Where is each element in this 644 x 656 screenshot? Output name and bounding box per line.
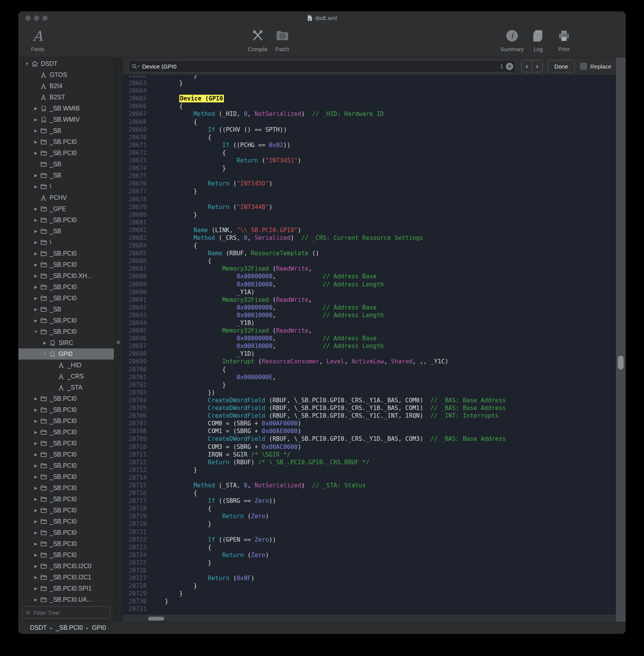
summary-button[interactable]: i Summary: [499, 26, 525, 52]
code-line[interactable]: 20691 Memory32Fixed (ReadWrite,: [123, 296, 616, 304]
code-line[interactable]: 20693 0x00010000, // Address Length: [123, 311, 616, 319]
code-line[interactable]: 20722 If ((GPEN == Zero)): [123, 536, 616, 544]
disclosure-right-icon[interactable]: ▶: [33, 296, 39, 300]
code-line[interactable]: 20671 If ((PCHG == 0x02)): [123, 141, 616, 149]
tree-item-sbpci0[interactable]: ▶_SB.PCI0: [18, 494, 114, 505]
code-line[interactable]: 20702 }: [123, 381, 616, 389]
splitter-handle-icon[interactable]: [117, 341, 120, 344]
disclosure-right-icon[interactable]: ▶: [33, 140, 39, 144]
disclosure-right-icon[interactable]: ▶: [33, 151, 39, 155]
code-line[interactable]: 20713 }: [123, 466, 616, 474]
tree-item-sbpci0i2c0[interactable]: ▶_SB.PCI0.I2C0: [18, 561, 114, 572]
code-line[interactable]: 20717 If ((SBRG == Zero)): [123, 497, 616, 505]
disclosure-right-icon[interactable]: ▶: [33, 408, 39, 412]
code-line[interactable]: 20696 0x00000000, // Address Base: [123, 335, 616, 342]
code-line[interactable]: 20694 _Y1B): [123, 319, 616, 327]
find-field[interactable]: ▾ 1 ✕: [128, 60, 516, 72]
code-line[interactable]: 20706 CreateDWordField (RBUF, \_SB.PCI0.…: [123, 412, 616, 420]
tree-item-sbpci0[interactable]: ▶_SB.PCI0: [18, 147, 114, 159]
code-line[interactable]: 20726: [123, 567, 616, 574]
log-button[interactable]: Log: [529, 26, 548, 52]
tree-item-sbpci0[interactable]: ▶_SB.PCI0: [18, 449, 114, 460]
code-line[interactable]: 20665 Device (GPI0: [123, 95, 616, 102]
code-line[interactable]: 20675: [123, 172, 616, 180]
code-line[interactable]: 20705 CreateDWordField (RBUF, \_SB.PCI0.…: [123, 404, 616, 412]
code-line[interactable]: 20679 Return ("INT344B"): [123, 203, 616, 211]
tree-item-sb[interactable]: ▶_SB: [18, 170, 114, 181]
code-line[interactable]: 20686 {: [123, 257, 616, 265]
tree-item-sbpci0[interactable]: ▶_SB.PCI0: [18, 516, 114, 527]
find-next-button[interactable]: ›: [532, 60, 542, 72]
vertical-scrollbar-thumb[interactable]: [618, 356, 624, 370]
patch-button[interactable]: Patch: [272, 26, 293, 52]
tree-item-sb[interactable]: ▶_SB: [18, 125, 114, 136]
code-line[interactable]: 20669 If ((PCHV () == SPTH)): [123, 126, 616, 134]
code-line[interactable]: 20724 Return (Zero): [123, 551, 616, 559]
tree-item-sbpci0ua[interactable]: ▶_SB.PCI0.UA...: [18, 594, 114, 603]
tree-item-sbpci0[interactable]: ▶_SB.PCI0: [18, 538, 114, 549]
disclosure-down-icon[interactable]: ▼: [24, 62, 30, 66]
code-line[interactable]: 20678: [123, 196, 616, 203]
tree-item-sirc[interactable]: ▶SIRC: [18, 337, 114, 348]
code-line[interactable]: 20666 {: [123, 102, 616, 110]
tree-item-b2i4[interactable]: B2I4: [18, 80, 114, 92]
disclosure-right-icon[interactable]: ▶: [33, 117, 39, 122]
code-line[interactable]: 20709 CreateDWordField (RBUF, \_SB.PCI0.…: [123, 435, 616, 443]
disclosure-right-icon[interactable]: ▶: [33, 452, 39, 457]
disclosure-right-icon[interactable]: ▶: [33, 397, 39, 401]
code-line[interactable]: 20699 Interrupt (ResourceConsumer, Level…: [123, 358, 616, 365]
tree-item-sb[interactable]: ▶_SB: [18, 304, 114, 315]
tree-item-sbpci0[interactable]: ▶_SB.PCI0: [18, 248, 114, 259]
disclosure-right-icon[interactable]: ▶: [33, 530, 39, 535]
tree-item-[interactable]: ▶\: [18, 181, 114, 192]
disclosure-right-icon[interactable]: ▶: [33, 441, 39, 445]
code-line[interactable]: 20728 }: [123, 582, 616, 590]
tree-item-sbpci0[interactable]: ▶_SB.PCI0: [18, 460, 114, 471]
code-line[interactable]: 20707 COM0 = (SBRG + 0x00AF0000): [123, 420, 616, 427]
disclosure-right-icon[interactable]: ▶: [33, 475, 39, 479]
tree-item-gtos[interactable]: GTOS: [18, 69, 114, 80]
code-line[interactable]: 20685 Name (RBUF, ResourceTemplate (): [123, 249, 616, 257]
titlebar[interactable]: dsdt.aml: [18, 12, 626, 25]
done-button[interactable]: Done: [548, 60, 575, 72]
disclosure-right-icon[interactable]: ▶: [33, 218, 39, 222]
disclosure-right-icon[interactable]: ▶: [33, 486, 39, 490]
code-line[interactable]: 20721: [123, 528, 616, 536]
tree-item-gpi0[interactable]: ▼GPI0: [18, 348, 114, 360]
code-line[interactable]: 20676 Return ("INT345D"): [123, 180, 616, 187]
code-line[interactable]: 20701 0x0000000E,: [123, 373, 616, 381]
code-line[interactable]: 20677 }: [123, 187, 616, 195]
code-line[interactable]: 20667 Method (_HID, 0, NotSerialized) //…: [123, 110, 616, 118]
disclosure-right-icon[interactable]: ▶: [33, 586, 39, 591]
code-line[interactable]: 20718 {: [123, 505, 616, 512]
tree-item-sbpci0[interactable]: ▶_SB.PCI0: [18, 315, 114, 326]
code-line[interactable]: 20663 }: [123, 79, 616, 87]
code-line[interactable]: 20719 Return (Zero): [123, 512, 616, 520]
filter-field[interactable]: [22, 606, 110, 619]
vertical-scrollbar[interactable]: [616, 57, 626, 622]
code-line[interactable]: 20688 0x00000000, // Address Base: [123, 273, 616, 280]
code-line[interactable]: 20682 Name (LINK, "\\_SB.PCI0.GPI0"): [123, 226, 616, 234]
tree-item-gpe[interactable]: ▶_GPE: [18, 203, 114, 214]
disclosure-down-icon[interactable]: ▼: [42, 352, 48, 356]
tree-item-sb[interactable]: ▶_SB: [18, 226, 114, 237]
disclosure-right-icon[interactable]: ▶: [33, 129, 39, 133]
tree-item-sbpci0xh[interactable]: ▶_SB.PCI0.XH...: [18, 270, 114, 281]
code-line[interactable]: 20700 {: [123, 366, 616, 373]
tree-item-sbpci0[interactable]: ▶_SB.PCI0: [18, 415, 114, 427]
code-line[interactable]: 20708 COM1 = (SBRG + 0x00AE0000): [123, 427, 616, 435]
tree-item-b2st[interactable]: B2ST: [18, 92, 114, 103]
code-line[interactable]: 20714: [123, 474, 616, 482]
compile-button[interactable]: Compile: [246, 26, 269, 52]
code-line[interactable]: 20664: [123, 87, 616, 95]
code-line[interactable]: 20674 }: [123, 164, 616, 172]
code-line[interactable]: 20704 CreateDWordField (RBUF, \_SB.PCI0.…: [123, 397, 616, 404]
disclosure-right-icon[interactable]: ▶: [33, 173, 39, 177]
find-previous-button[interactable]: ‹: [522, 60, 532, 72]
tree-item-sbpci0spi1[interactable]: ▶_SB.PCI0.SPI1: [18, 583, 114, 594]
code-line[interactable]: 20723 {: [123, 544, 616, 551]
code-line[interactable]: 20673 Return ("INT3451"): [123, 157, 616, 164]
fonts-button[interactable]: A Fonts: [25, 26, 50, 52]
disclosure-right-icon[interactable]: ▶: [33, 519, 39, 524]
breadcrumb-item-device[interactable]: GPI0: [92, 624, 106, 631]
